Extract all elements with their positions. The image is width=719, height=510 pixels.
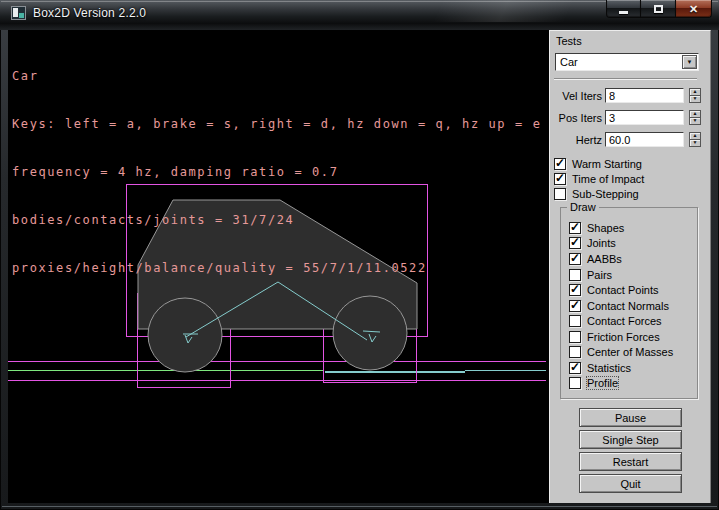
shapes-label: Shapes xyxy=(587,222,624,234)
contact-forces-label: Contact Forces xyxy=(587,315,662,327)
check-icon: ✓ xyxy=(570,360,580,374)
hertz-stepper: ▲ ▼ xyxy=(689,132,701,147)
minimize-icon xyxy=(619,11,628,14)
test-select-dropdown[interactable]: Car ▼ xyxy=(555,53,699,71)
sub-stepping-label: Sub-Stepping xyxy=(572,188,639,200)
profile-checkbox[interactable]: ✓ xyxy=(569,377,581,389)
pause-button[interactable]: Pause xyxy=(579,408,682,427)
joints-label: Joints xyxy=(587,237,616,249)
friction-forces-checkbox[interactable]: ✓ xyxy=(569,331,581,343)
vel-iters-row: Vel Iters ▲ ▼ xyxy=(550,87,701,104)
spin-down-button[interactable]: ▼ xyxy=(689,118,701,125)
maximize-icon xyxy=(654,5,663,13)
separator xyxy=(554,78,697,80)
hertz-row: Hertz ▲ ▼ xyxy=(550,131,701,148)
tests-label: Tests xyxy=(556,35,582,47)
profile-label: Profile xyxy=(587,377,618,389)
pos-iters-row: Pos Iters ▲ ▼ xyxy=(550,109,701,126)
checkbox-row-profile: ✓ Profile xyxy=(569,376,618,389)
check-icon: ✓ xyxy=(555,156,565,170)
center-of-masses-checkbox[interactable]: ✓ xyxy=(569,346,581,358)
pairs-checkbox[interactable]: ✓ xyxy=(569,269,581,281)
check-icon: ✓ xyxy=(570,298,580,312)
window-content: Car Keys: left = a, brake = s, right = d… xyxy=(8,30,711,503)
pairs-label: Pairs xyxy=(587,269,612,281)
contact-normals-label: Contact Normals xyxy=(587,300,669,312)
close-icon: ✕ xyxy=(689,1,698,17)
test-selected-value: Car xyxy=(560,55,578,69)
hud-line-frequency: frequency = 4 hz, damping ratio = 0.7 xyxy=(12,164,541,180)
checkbox-row-pairs: ✓ Pairs xyxy=(569,268,612,281)
checkbox-row-contact-forces: ✓ Contact Forces xyxy=(569,314,662,327)
warm-starting-label: Warm Starting xyxy=(572,158,642,170)
shapes-checkbox[interactable]: ✓ xyxy=(569,222,581,234)
contact-forces-checkbox[interactable]: ✓ xyxy=(569,315,581,327)
hud-line-proxies: proxies/height/balance/quality = 55/7/1/… xyxy=(12,260,541,276)
single-step-button[interactable]: Single Step xyxy=(579,430,682,449)
checkbox-row-aabbs: ✓ AABBs xyxy=(569,252,622,265)
hud-line-keys: Keys: left = a, brake = s, right = d, hz… xyxy=(12,116,541,132)
spin-down-button[interactable]: ▼ xyxy=(689,140,701,147)
friction-forces-label: Friction Forces xyxy=(587,331,660,343)
checkbox-row-statistics: ✓ Statistics xyxy=(569,361,631,374)
quit-button[interactable]: Quit xyxy=(579,474,682,493)
checkbox-row-time-of-impact: ✓ Time of Impact xyxy=(554,172,644,185)
pos-iters-stepper: ▲ ▼ xyxy=(689,110,701,125)
draw-group-title: Draw xyxy=(567,201,599,213)
app-icon xyxy=(11,6,26,20)
statistics-label: Statistics xyxy=(587,362,631,374)
window-controls: ✕ xyxy=(606,0,712,18)
pos-iters-input[interactable] xyxy=(605,110,684,125)
checkbox-row-joints: ✓ Joints xyxy=(569,236,616,249)
simulation-canvas[interactable]: Car Keys: left = a, brake = s, right = d… xyxy=(8,30,546,503)
hertz-input[interactable] xyxy=(605,132,684,147)
app-window: Box2D Version 2.2.0 ✕ xyxy=(0,0,719,510)
checkbox-row-center-of-masses: ✓ Center of Masses xyxy=(569,345,673,358)
hud-line-bodies: bodies/contacts/joints = 31/7/24 xyxy=(12,212,541,228)
checkbox-row-contact-normals: ✓ Contact Normals xyxy=(569,299,669,312)
check-icon: ✓ xyxy=(570,235,580,249)
check-icon: ✓ xyxy=(570,282,580,296)
checkbox-row-sub-stepping: ✓ Sub-Stepping xyxy=(554,187,639,200)
check-icon: ✓ xyxy=(570,251,580,265)
close-button[interactable]: ✕ xyxy=(676,0,712,18)
contact-points-checkbox[interactable]: ✓ xyxy=(569,284,581,296)
dropdown-button[interactable]: ▼ xyxy=(682,55,697,69)
spin-down-button[interactable]: ▼ xyxy=(689,96,701,103)
minimize-button[interactable] xyxy=(606,0,641,18)
statistics-checkbox[interactable]: ✓ xyxy=(569,362,581,374)
time-of-impact-checkbox[interactable]: ✓ xyxy=(554,173,566,185)
pos-iters-label: Pos Iters xyxy=(550,112,605,124)
check-icon: ✓ xyxy=(570,220,580,234)
hud-line-title: Car xyxy=(12,68,541,84)
joints-checkbox[interactable]: ✓ xyxy=(569,237,581,249)
vel-iters-stepper: ▲ ▼ xyxy=(689,88,701,103)
hertz-label: Hertz xyxy=(550,134,605,146)
contact-normals-checkbox[interactable]: ✓ xyxy=(569,300,581,312)
control-panel: Tests Car ▼ Vel Iters ▲ ▼ Pos Iters xyxy=(549,30,711,503)
chevron-down-icon: ▼ xyxy=(687,59,693,65)
warm-starting-checkbox[interactable]: ✓ xyxy=(554,158,566,170)
contact-points-label: Contact Points xyxy=(587,284,659,296)
checkbox-row-warm-starting: ✓ Warm Starting xyxy=(554,157,642,170)
vel-iters-label: Vel Iters xyxy=(550,90,605,102)
check-icon: ✓ xyxy=(555,171,565,185)
checkbox-row-shapes: ✓ Shapes xyxy=(569,221,624,234)
draw-groupbox: Draw ✓ Shapes ✓ Joints ✓ AABBs ✓ Pairs xyxy=(560,207,698,399)
restart-button[interactable]: Restart xyxy=(579,452,682,471)
aabbs-label: AABBs xyxy=(587,253,622,265)
time-of-impact-label: Time of Impact xyxy=(572,173,644,185)
vel-iters-input[interactable] xyxy=(605,88,684,103)
window-title: Box2D Version 2.2.0 xyxy=(33,6,146,20)
hud-stats: Car Keys: left = a, brake = s, right = d… xyxy=(12,36,541,308)
sub-stepping-checkbox[interactable]: ✓ xyxy=(554,188,566,200)
checkbox-row-contact-points: ✓ Contact Points xyxy=(569,283,659,296)
aabbs-checkbox[interactable]: ✓ xyxy=(569,253,581,265)
center-of-masses-label: Center of Masses xyxy=(587,346,673,358)
checkbox-row-friction-forces: ✓ Friction Forces xyxy=(569,330,660,343)
maximize-button[interactable] xyxy=(641,0,676,18)
